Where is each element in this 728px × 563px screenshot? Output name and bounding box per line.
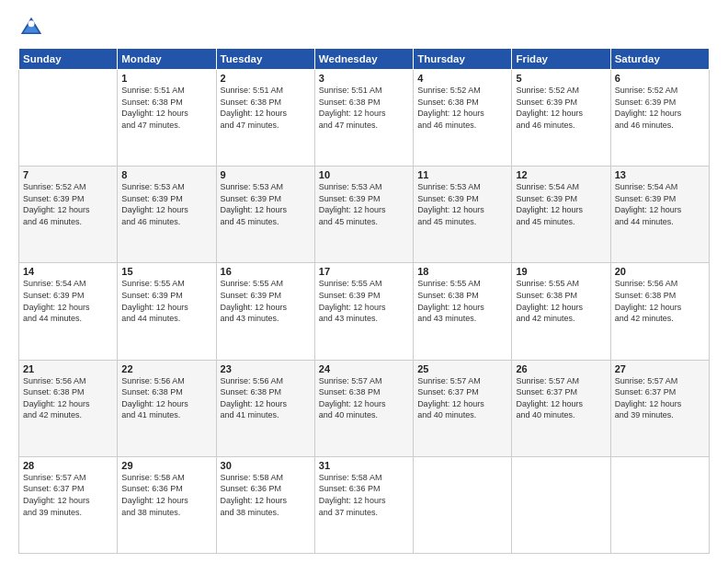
day-number: 15 <box>121 266 211 277</box>
day-info: Sunrise: 5:57 AMSunset: 6:37 PMDaylight:… <box>23 472 113 518</box>
week-row-4: 21Sunrise: 5:56 AMSunset: 6:38 PMDayligh… <box>19 360 710 456</box>
day-info: Sunrise: 5:56 AMSunset: 6:38 PMDaylight:… <box>615 278 705 324</box>
day-cell: 30Sunrise: 5:58 AMSunset: 6:36 PMDayligh… <box>216 456 314 553</box>
day-info: Sunrise: 5:54 AMSunset: 6:39 PMDaylight:… <box>615 181 705 227</box>
week-row-1: 1Sunrise: 5:51 AMSunset: 6:38 PMDaylight… <box>19 70 710 167</box>
day-number: 16 <box>221 266 311 277</box>
calendar-body: 1Sunrise: 5:51 AMSunset: 6:38 PMDaylight… <box>19 70 710 554</box>
header-row: SundayMondayTuesdayWednesdayThursdayFrid… <box>19 49 710 70</box>
day-info: Sunrise: 5:55 AMSunset: 6:39 PMDaylight:… <box>121 278 211 324</box>
day-info: Sunrise: 5:57 AMSunset: 6:38 PMDaylight:… <box>319 375 409 421</box>
day-cell: 6Sunrise: 5:52 AMSunset: 6:39 PMDaylight… <box>610 70 709 167</box>
header-cell-friday: Friday <box>512 49 610 70</box>
day-cell: 8Sunrise: 5:53 AMSunset: 6:39 PMDaylight… <box>118 167 216 263</box>
day-cell: 27Sunrise: 5:57 AMSunset: 6:37 PMDayligh… <box>610 360 709 456</box>
header <box>18 15 710 40</box>
day-info: Sunrise: 5:57 AMSunset: 6:37 PMDaylight:… <box>516 375 606 421</box>
day-info: Sunrise: 5:56 AMSunset: 6:38 PMDaylight:… <box>121 375 211 421</box>
day-info: Sunrise: 5:51 AMSunset: 6:38 PMDaylight:… <box>319 85 409 131</box>
day-cell: 28Sunrise: 5:57 AMSunset: 6:37 PMDayligh… <box>19 456 118 553</box>
day-number: 26 <box>516 363 606 374</box>
day-cell: 22Sunrise: 5:56 AMSunset: 6:38 PMDayligh… <box>118 360 216 456</box>
page: SundayMondayTuesdayWednesdayThursdayFrid… <box>0 0 728 563</box>
day-info: Sunrise: 5:54 AMSunset: 6:39 PMDaylight:… <box>23 278 113 324</box>
day-cell: 20Sunrise: 5:56 AMSunset: 6:38 PMDayligh… <box>610 263 709 360</box>
day-number: 9 <box>221 169 311 180</box>
header-cell-sunday: Sunday <box>19 49 118 70</box>
day-cell: 24Sunrise: 5:57 AMSunset: 6:38 PMDayligh… <box>314 360 413 456</box>
day-number: 2 <box>221 73 311 84</box>
day-cell: 9Sunrise: 5:53 AMSunset: 6:39 PMDaylight… <box>216 167 314 263</box>
svg-point-2 <box>28 20 35 27</box>
day-cell: 12Sunrise: 5:54 AMSunset: 6:39 PMDayligh… <box>512 167 610 263</box>
header-cell-tuesday: Tuesday <box>216 49 314 70</box>
day-info: Sunrise: 5:58 AMSunset: 6:36 PMDaylight:… <box>221 472 311 518</box>
day-number: 29 <box>121 460 211 471</box>
day-cell: 25Sunrise: 5:57 AMSunset: 6:37 PMDayligh… <box>414 360 512 456</box>
day-info: Sunrise: 5:52 AMSunset: 6:39 PMDaylight:… <box>23 181 113 227</box>
day-info: Sunrise: 5:54 AMSunset: 6:39 PMDaylight:… <box>516 181 606 227</box>
day-info: Sunrise: 5:57 AMSunset: 6:37 PMDaylight:… <box>615 375 705 421</box>
day-cell: 10Sunrise: 5:53 AMSunset: 6:39 PMDayligh… <box>314 167 413 263</box>
day-info: Sunrise: 5:53 AMSunset: 6:39 PMDaylight:… <box>417 181 507 227</box>
day-info: Sunrise: 5:53 AMSunset: 6:39 PMDaylight:… <box>221 181 311 227</box>
day-number: 3 <box>319 73 409 84</box>
day-number: 6 <box>615 73 705 84</box>
day-cell: 18Sunrise: 5:55 AMSunset: 6:38 PMDayligh… <box>414 263 512 360</box>
day-info: Sunrise: 5:55 AMSunset: 6:38 PMDaylight:… <box>417 278 507 324</box>
day-info: Sunrise: 5:55 AMSunset: 6:38 PMDaylight:… <box>516 278 606 324</box>
day-number: 23 <box>221 363 311 374</box>
day-number: 21 <box>23 363 113 374</box>
day-cell: 11Sunrise: 5:53 AMSunset: 6:39 PMDayligh… <box>414 167 512 263</box>
day-cell: 31Sunrise: 5:58 AMSunset: 6:36 PMDayligh… <box>314 456 413 553</box>
day-info: Sunrise: 5:55 AMSunset: 6:39 PMDaylight:… <box>221 278 311 324</box>
day-info: Sunrise: 5:57 AMSunset: 6:37 PMDaylight:… <box>417 375 507 421</box>
day-number: 31 <box>319 460 409 471</box>
day-cell <box>610 456 709 553</box>
day-cell: 21Sunrise: 5:56 AMSunset: 6:38 PMDayligh… <box>19 360 118 456</box>
day-cell: 13Sunrise: 5:54 AMSunset: 6:39 PMDayligh… <box>610 167 709 263</box>
day-number: 12 <box>516 169 606 180</box>
day-number: 22 <box>121 363 211 374</box>
day-cell: 3Sunrise: 5:51 AMSunset: 6:38 PMDaylight… <box>314 70 413 167</box>
day-number: 7 <box>23 169 113 180</box>
week-row-3: 14Sunrise: 5:54 AMSunset: 6:39 PMDayligh… <box>19 263 710 360</box>
day-number: 1 <box>121 73 211 84</box>
header-cell-saturday: Saturday <box>610 49 709 70</box>
day-cell <box>512 456 610 553</box>
day-info: Sunrise: 5:56 AMSunset: 6:38 PMDaylight:… <box>221 375 311 421</box>
day-cell: 26Sunrise: 5:57 AMSunset: 6:37 PMDayligh… <box>512 360 610 456</box>
day-cell <box>19 70 118 167</box>
day-cell: 5Sunrise: 5:52 AMSunset: 6:39 PMDaylight… <box>512 70 610 167</box>
day-number: 18 <box>417 266 507 277</box>
day-info: Sunrise: 5:52 AMSunset: 6:38 PMDaylight:… <box>417 85 507 131</box>
day-number: 10 <box>319 169 409 180</box>
header-cell-wednesday: Wednesday <box>314 49 413 70</box>
day-number: 19 <box>516 266 606 277</box>
day-cell: 29Sunrise: 5:58 AMSunset: 6:36 PMDayligh… <box>118 456 216 553</box>
day-info: Sunrise: 5:53 AMSunset: 6:39 PMDaylight:… <box>319 181 409 227</box>
day-number: 24 <box>319 363 409 374</box>
day-cell: 23Sunrise: 5:56 AMSunset: 6:38 PMDayligh… <box>216 360 314 456</box>
day-number: 25 <box>417 363 507 374</box>
header-cell-monday: Monday <box>118 49 216 70</box>
day-info: Sunrise: 5:55 AMSunset: 6:39 PMDaylight:… <box>319 278 409 324</box>
day-info: Sunrise: 5:51 AMSunset: 6:38 PMDaylight:… <box>121 85 211 131</box>
day-number: 11 <box>417 169 507 180</box>
day-cell: 17Sunrise: 5:55 AMSunset: 6:39 PMDayligh… <box>314 263 413 360</box>
header-cell-thursday: Thursday <box>414 49 512 70</box>
week-row-2: 7Sunrise: 5:52 AMSunset: 6:39 PMDaylight… <box>19 167 710 263</box>
day-cell: 15Sunrise: 5:55 AMSunset: 6:39 PMDayligh… <box>118 263 216 360</box>
day-cell: 14Sunrise: 5:54 AMSunset: 6:39 PMDayligh… <box>19 263 118 360</box>
day-info: Sunrise: 5:53 AMSunset: 6:39 PMDaylight:… <box>121 181 211 227</box>
day-number: 5 <box>516 73 606 84</box>
day-number: 17 <box>319 266 409 277</box>
day-info: Sunrise: 5:52 AMSunset: 6:39 PMDaylight:… <box>615 85 705 131</box>
day-cell: 4Sunrise: 5:52 AMSunset: 6:38 PMDaylight… <box>414 70 512 167</box>
calendar-header: SundayMondayTuesdayWednesdayThursdayFrid… <box>19 49 710 70</box>
day-number: 14 <box>23 266 113 277</box>
calendar-table: SundayMondayTuesdayWednesdayThursdayFrid… <box>18 48 710 554</box>
day-info: Sunrise: 5:58 AMSunset: 6:36 PMDaylight:… <box>319 472 409 518</box>
day-number: 28 <box>23 460 113 471</box>
day-number: 27 <box>615 363 705 374</box>
